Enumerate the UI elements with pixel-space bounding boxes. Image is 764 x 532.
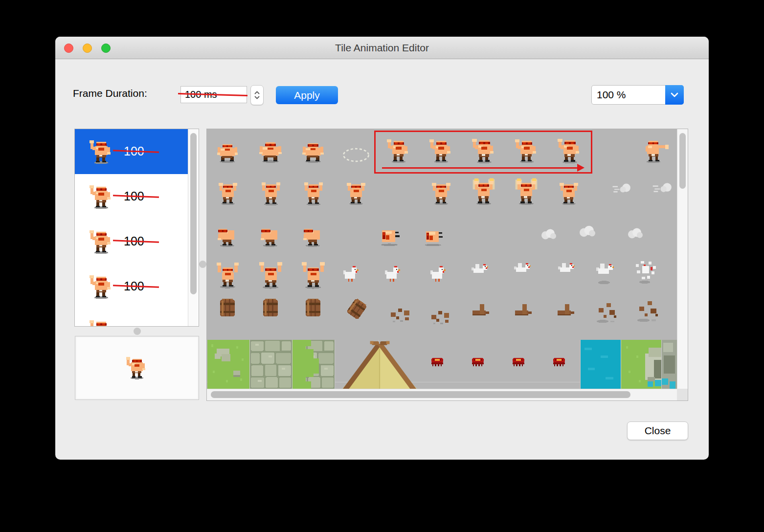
- tile-hero-armsup[interactable]: [343, 179, 369, 208]
- frame-list-item[interactable]: 100: [75, 129, 188, 174]
- tile-barrel[interactable]: [302, 297, 324, 321]
- splitter-handle[interactable]: [199, 261, 206, 268]
- tile-hero-lying[interactable]: [420, 224, 448, 249]
- apply-button[interactable]: Apply: [276, 86, 338, 104]
- tile-hero-cheer[interactable]: [214, 261, 242, 290]
- tileset-vertical-scrollbar[interactable]: [677, 129, 688, 389]
- tile-smoke-puff[interactable]: [539, 227, 559, 242]
- chevron-down-icon[interactable]: [665, 85, 684, 105]
- tile-chicken-fly[interactable]: [511, 262, 533, 280]
- tileset-horizontal-scrollbar[interactable]: [207, 389, 677, 400]
- tile-hero-hunch[interactable]: [213, 222, 242, 249]
- tile-chicken-fly[interactable]: [468, 263, 491, 281]
- frame-list-item[interactable]: 100: [75, 309, 188, 327]
- scrollbar-thumb[interactable]: [211, 391, 630, 398]
- frame-sprite: [88, 183, 115, 211]
- tile-tile-stone[interactable]: [250, 340, 292, 389]
- tile-barrel-tilt[interactable]: [344, 299, 368, 321]
- tile-tile-rockedge[interactable]: [662, 340, 677, 389]
- tile-hero-punch[interactable]: [640, 137, 671, 165]
- tile-hero-armsup[interactable]: [428, 179, 454, 208]
- scrollbar-thumb[interactable]: [679, 133, 686, 189]
- tile-dfall[interactable]: [634, 300, 661, 323]
- frame-duration-label: Frame Duration:: [73, 88, 147, 99]
- tile-smoke-dash[interactable]: [611, 181, 631, 195]
- tile-smoke-puff[interactable]: [576, 223, 599, 239]
- tile-chicken-stand[interactable]: [340, 265, 360, 285]
- close-button[interactable]: Close: [627, 421, 688, 440]
- tile-tile-grass2[interactable]: [621, 340, 661, 389]
- tile-animation-editor-window: Tile Animation Editor Frame Duration: Ap…: [55, 37, 709, 460]
- tile-hero-cheer[interactable]: [299, 261, 328, 290]
- frame-duration-value: 100: [124, 324, 144, 327]
- tile-crab[interactable]: [429, 356, 445, 367]
- tile-hero-armsup-flame[interactable]: [470, 177, 498, 208]
- frame-list-item[interactable]: 100: [75, 174, 188, 219]
- tile-hero-crouch[interactable]: [299, 138, 327, 165]
- tile-chicken-burst[interactable]: [632, 260, 658, 285]
- tile-chicken-stand[interactable]: [427, 265, 448, 285]
- tile-barrel[interactable]: [260, 297, 281, 321]
- zoom-value: 100 %: [597, 86, 626, 104]
- frame-list-item[interactable]: 100: [75, 264, 188, 309]
- splitter-handle[interactable]: [134, 328, 141, 335]
- scrollbar-corner: [677, 389, 688, 400]
- tile-dfall[interactable]: [594, 302, 619, 324]
- zoom-select[interactable]: 100 %: [591, 85, 684, 105]
- tile-hero-cheer[interactable]: [256, 261, 286, 290]
- tile-hero-crouch[interactable]: [256, 137, 285, 165]
- tile-hero-armsup[interactable]: [257, 179, 285, 208]
- tile-tile-grass[interactable]: [207, 340, 249, 389]
- frame-sprite: [88, 138, 115, 166]
- frame-sprite: [88, 318, 115, 327]
- tile-hero-armsup[interactable]: [300, 179, 327, 208]
- tile-crab[interactable]: [511, 356, 526, 367]
- frame-list-item[interactable]: 100: [75, 219, 188, 264]
- tile-hero-armsup[interactable]: [215, 179, 241, 208]
- tile-chicken-fly[interactable]: [555, 262, 577, 280]
- tile-smoke-puff[interactable]: [626, 226, 645, 241]
- stepper-up-icon[interactable]: [254, 91, 260, 94]
- tile-debris[interactable]: [428, 308, 454, 326]
- window-title: Tile Animation Editor: [55, 37, 709, 59]
- tile-hero-crouch[interactable]: [214, 139, 241, 165]
- stepper-down-icon[interactable]: [254, 96, 260, 99]
- tile-hero-hunch[interactable]: [298, 222, 328, 249]
- tile-hero-armsup[interactable]: [556, 179, 582, 208]
- tile-wood[interactable]: [512, 301, 535, 320]
- red-arrow-annotation: [382, 167, 578, 169]
- tile-tile-stonegrass[interactable]: [292, 340, 335, 389]
- animation-preview: [75, 336, 199, 400]
- tile-debris[interactable]: [389, 305, 413, 324]
- tile-wood[interactable]: [554, 301, 578, 320]
- screenshot-canvas: Tile Animation Editor Frame Duration: Ap…: [0, 0, 764, 532]
- scrollbar-thumb[interactable]: [190, 133, 197, 294]
- tile-hero-hunch[interactable]: [255, 222, 286, 249]
- tile-chicken-land[interactable]: [593, 263, 617, 286]
- tile-dashed-oval[interactable]: [340, 147, 372, 163]
- tile-chicken-stand[interactable]: [382, 265, 402, 285]
- tile-crab[interactable]: [470, 356, 486, 367]
- tileset-panel: [206, 129, 688, 401]
- tile-crab[interactable]: [551, 356, 567, 367]
- tile-smoke-dash[interactable]: [651, 180, 673, 195]
- tile-wood[interactable]: [469, 301, 493, 320]
- tile-hero-armsup-flame[interactable]: [512, 177, 540, 208]
- frame-duration-input[interactable]: [180, 86, 247, 103]
- frame-list[interactable]: 100100100100100: [74, 129, 199, 327]
- frame-sprite: [88, 228, 115, 256]
- frame-duration-stepper[interactable]: [250, 85, 264, 105]
- tileset-canvas[interactable]: [207, 129, 677, 389]
- tile-barrel[interactable]: [217, 297, 238, 321]
- tile-tile-water[interactable]: [581, 340, 621, 389]
- tile-tile-tent[interactable]: [335, 341, 424, 389]
- frame-list-scrollbar[interactable]: [188, 129, 199, 326]
- tile-hero-lying[interactable]: [377, 223, 404, 249]
- frame-list-rows: 100100100100100: [75, 129, 188, 326]
- preview-sprite: [124, 355, 150, 381]
- frame-sprite: [88, 273, 115, 301]
- window-titlebar[interactable]: Tile Animation Editor: [55, 37, 709, 59]
